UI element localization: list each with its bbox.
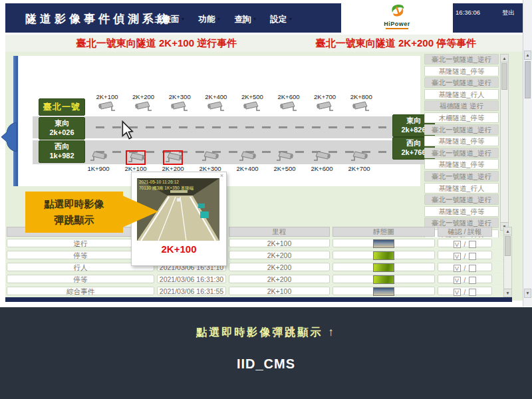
false-report-checkbox[interactable] <box>469 277 476 284</box>
menu-item-query[interactable]: 查詢▼ <box>234 14 257 25</box>
sidebar-event-item[interactable]: 福德隧道 逆行 <box>424 100 499 111</box>
menu-item-functions[interactable]: 功能▼ <box>198 14 221 25</box>
cctv-camera-icon[interactable] <box>279 100 299 115</box>
event-table-body: 逆行2K+100V/停等2K+200V/行人2021/03/06 16:31:1… <box>5 237 503 297</box>
sidebar-event-item[interactable]: 基隆隧道_停等 <box>424 136 499 146</box>
menu-item-settings[interactable]: 設定▼ <box>270 14 293 25</box>
cctv-camera-icon[interactable] <box>349 150 369 165</box>
sidebar-event-item[interactable]: 木柵隧道_停等 <box>424 112 499 123</box>
confirm-checkbox[interactable]: V <box>454 289 461 296</box>
collapse-panel-handle[interactable] <box>0 121 17 156</box>
scrollbar-thumb[interactable] <box>525 61 531 98</box>
popup-km-label: 2K+100 <box>132 243 226 255</box>
cctv-camera-icon[interactable] <box>170 100 190 115</box>
camera-top-2K+100: 2K+100 <box>90 93 124 115</box>
cctv-camera-icon[interactable] <box>163 150 183 165</box>
false-report-checkbox[interactable] <box>469 253 476 260</box>
cctv-camera-icon[interactable] <box>275 150 295 165</box>
scroll-up-icon[interactable]: ▲ <box>501 55 508 63</box>
footer-note: 點選即時影像彈跳顯示↑ <box>0 326 532 340</box>
scrollbar-thumb[interactable] <box>505 236 511 256</box>
scroll-down-icon[interactable]: ▼ <box>504 289 511 297</box>
event-type-cell: 綜合事件 <box>7 287 154 295</box>
cctv-camera-icon[interactable] <box>351 100 371 115</box>
scroll-up-icon[interactable]: ▲ <box>524 51 531 60</box>
sidebar-event-item[interactable]: 臺北一號隧道_逆行 <box>424 124 499 135</box>
camera-km-label: 2K+400 <box>200 93 233 100</box>
cctv-camera-icon[interactable] <box>237 150 257 165</box>
confirm-checkbox[interactable]: V <box>454 265 461 272</box>
false-report-checkbox[interactable] <box>469 241 476 248</box>
chevron-down-icon: ▼ <box>288 17 293 21</box>
camera-top-2K+200: 2K+200 <box>127 93 160 115</box>
menu-label: 主畫面 <box>154 15 180 24</box>
event-thumb-cell <box>332 287 435 295</box>
confirm-checkbox[interactable]: V <box>454 241 461 248</box>
page-scrollbar[interactable]: ▲ ▼ <box>523 0 532 307</box>
cctv-camera-icon[interactable] <box>97 100 117 115</box>
direction-text: 西向 <box>39 142 84 152</box>
snapshot-thumbnail[interactable] <box>373 287 394 296</box>
cctv-camera-glyph <box>316 100 334 114</box>
callout-line2: 彈跳顯示 <box>25 212 123 228</box>
false-report-checkbox[interactable] <box>469 289 476 296</box>
table-row: 停等2K+200V/ <box>5 249 503 261</box>
sidebar-scrollbar[interactable]: ▲ ▼ <box>500 54 509 231</box>
cctv-camera-glyph <box>238 150 257 164</box>
event-time-cell: 2021/03/06 16:31:55 <box>157 287 226 295</box>
cctv-camera-icon[interactable] <box>134 100 154 115</box>
sidebar-event-item[interactable]: 臺北一號隧道_逆行 <box>424 148 499 158</box>
cctv-camera-icon[interactable] <box>242 100 262 115</box>
cctv-camera-glyph <box>127 152 146 165</box>
sidebar-event-item[interactable]: 基隆隧道_行人 <box>424 183 499 194</box>
event-km-cell: 2K+100 <box>229 287 330 295</box>
snapshot-thumbnail[interactable] <box>373 275 394 284</box>
sidebar-event-item[interactable]: 臺北一號隧道_逆行 <box>424 54 499 65</box>
camera-top-2K+500: 2K+500 <box>235 93 269 115</box>
camera-km-label: 2K+200 <box>127 93 160 100</box>
table-scrollbar[interactable]: ▲ ▼ <box>503 227 512 297</box>
cctv-camera-icon[interactable] <box>206 100 226 115</box>
cctv-camera-glyph <box>352 100 370 114</box>
cctv-camera-icon[interactable] <box>312 150 332 165</box>
camera-bottom-2K+200: 2K+200 <box>156 150 190 172</box>
confirm-separator: / <box>464 264 466 273</box>
lane-separator <box>33 138 433 140</box>
cctv-camera-icon[interactable] <box>88 150 108 165</box>
cctv-camera-icon[interactable] <box>200 150 220 165</box>
cctv-camera-icon[interactable] <box>315 100 335 115</box>
sidebar-event-item[interactable]: 基隆隧道_行人 <box>424 89 499 100</box>
snapshot-thumbnail[interactable] <box>373 251 394 260</box>
snapshot-thumbnail[interactable] <box>373 239 394 248</box>
cctv-camera-icon[interactable] <box>126 150 146 165</box>
event-thumb-cell <box>332 263 435 271</box>
close-icon[interactable]: × <box>220 172 223 179</box>
left-west-label: 西向 1k+982 <box>39 140 85 163</box>
sidebar-event-item[interactable]: 基隆隧道_停等 <box>424 66 499 76</box>
scroll-down-icon[interactable]: ▼ <box>524 289 531 298</box>
confirm-checkbox[interactable]: V <box>454 253 461 260</box>
scrollbar-thumb[interactable] <box>501 63 507 90</box>
sidebar-event-item[interactable]: 臺北一號隧道_逆行 <box>424 77 499 88</box>
camera-km-label: 2K+600 <box>272 93 305 100</box>
scroll-up-icon[interactable]: ▲ <box>504 227 511 235</box>
confirm-checkbox[interactable]: V <box>454 277 461 284</box>
table-header-km: 里程 <box>229 227 330 237</box>
camera-bottom-2K+500: 2K+500 <box>268 150 301 172</box>
menu-label: 查詢 <box>234 15 251 24</box>
event-km-cell: 2K+200 <box>229 251 330 259</box>
snapshot-thumbnail[interactable] <box>373 263 394 272</box>
false-report-checkbox[interactable] <box>469 265 476 272</box>
window-bottom-border <box>5 297 512 302</box>
camera-bottom-1K+900: 1K+900 <box>82 150 115 172</box>
event-km-cell: 2K+200 <box>229 275 330 283</box>
sidebar-event-item[interactable]: 基隆隧道_停等 <box>424 159 499 170</box>
menu-item-main-screen[interactable]: 主畫面▼ <box>154 14 185 25</box>
left-east-label: 東向 2k+026 <box>39 117 85 140</box>
sidebar-event-item[interactable]: 臺北一號隧道_逆行 <box>424 171 499 182</box>
logout-button[interactable]: 登出 <box>502 9 515 17</box>
sidebar-event-item[interactable]: 臺北一號隧道_逆行 <box>424 194 499 205</box>
camera-bottom-2K+100: 2K+100 <box>119 150 152 172</box>
sidebar-event-item[interactable]: 基隆隧道_停等 <box>424 206 499 217</box>
camera-top-2K+600: 2K+600 <box>272 93 305 115</box>
